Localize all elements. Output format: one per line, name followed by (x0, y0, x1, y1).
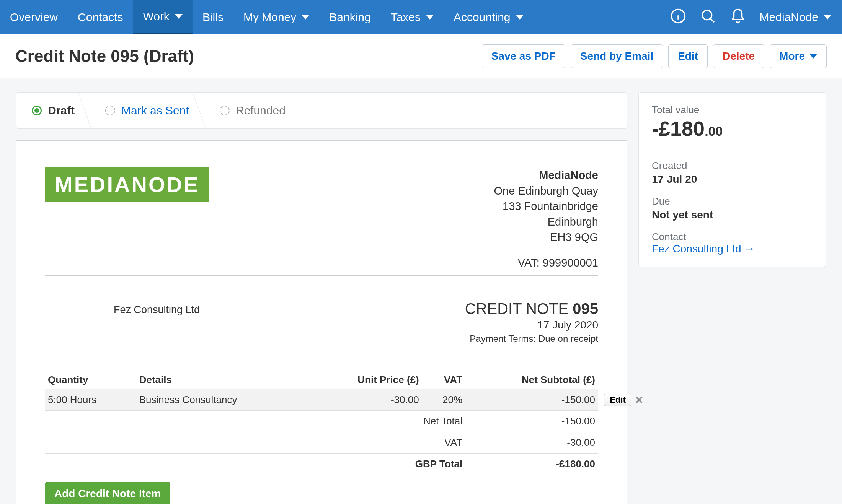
due-label: Due (652, 195, 813, 207)
chevron-down-icon (824, 15, 831, 20)
nav-work[interactable]: Work (133, 0, 192, 34)
company-logo: MEDIANODE (45, 167, 209, 202)
line-items-table: Quantity Details Unit Price (£) VAT Net … (45, 372, 598, 475)
radio-filled-icon (32, 106, 42, 115)
search-icon[interactable] (700, 8, 716, 26)
svg-point-3 (702, 10, 712, 20)
status-steps: Draft Mark as Sent Refunded (16, 92, 627, 129)
created-value: 17 Jul 20 (652, 173, 813, 185)
page-header: Credit Note 095 (Draft) Save as PDF Send… (0, 34, 842, 78)
row-edit-button[interactable]: Edit (604, 394, 632, 406)
total-value: -£180.00 (652, 117, 813, 140)
bill-to: Fez Consulting Ltd (45, 300, 200, 316)
nav-bills[interactable]: Bills (193, 0, 233, 34)
chevron-down-icon (302, 15, 309, 20)
top-nav: Overview Contacts Work Bills My Money Ba… (0, 0, 842, 34)
edit-button[interactable]: Edit (668, 44, 708, 68)
summary-sidebar: Total value -£180.00 Created 17 Jul 20 D… (638, 92, 826, 267)
nav-contacts[interactable]: Contacts (68, 0, 133, 34)
chevron-down-icon (516, 15, 524, 20)
delete-button[interactable]: Delete (713, 44, 764, 68)
nav-taxes[interactable]: Taxes (381, 0, 444, 34)
total-value-label: Total value (652, 104, 813, 116)
nav-overview[interactable]: Overview (0, 0, 68, 34)
bell-icon[interactable] (730, 8, 746, 26)
nav-banking[interactable]: Banking (319, 0, 380, 34)
due-value: Not yet sent (652, 209, 813, 221)
chevron-down-icon (426, 15, 434, 20)
col-unit-price: Unit Price (£) (310, 372, 422, 389)
send-email-button[interactable]: Send by Email (571, 44, 663, 68)
svg-point-2 (678, 13, 679, 13)
col-net-subtotal: Net Subtotal (£) (465, 372, 598, 389)
line-item-row: 5:00 Hours Business Consultancy -30.00 2… (45, 389, 598, 410)
company-address: MediaNode One Edinburgh Quay 133 Fountai… (494, 167, 598, 271)
document-heading: CREDIT NOTE 095 17 July 2020 Payment Ter… (465, 300, 598, 344)
contact-label: Contact (652, 231, 813, 243)
chevron-down-icon (809, 54, 817, 59)
radio-empty-icon (220, 106, 230, 115)
row-delete-icon[interactable]: ✕ (635, 394, 643, 406)
col-quantity: Quantity (45, 372, 136, 389)
chevron-down-icon (175, 14, 183, 19)
summary-gbp-total: GBP Total -£180.00 (45, 453, 598, 475)
info-icon[interactable] (670, 8, 686, 26)
summary-net-total: Net Total -150.00 (45, 410, 598, 432)
credit-note-document: MEDIANODE MediaNode One Edinburgh Quay 1… (16, 140, 627, 504)
add-credit-note-item-button[interactable]: Add Credit Note Item (45, 482, 170, 504)
summary-vat: VAT -30.00 (45, 432, 598, 453)
step-refunded: Refunded (204, 93, 301, 128)
col-vat: VAT (422, 372, 465, 389)
step-draft: Draft (16, 93, 90, 128)
more-button[interactable]: More (770, 44, 827, 68)
nav-accounting[interactable]: Accounting (444, 0, 533, 34)
svg-line-4 (711, 19, 714, 22)
step-mark-as-sent[interactable]: Mark as Sent (90, 93, 204, 128)
page-title: Credit Note 095 (Draft) (15, 47, 194, 66)
col-details: Details (136, 372, 310, 389)
radio-empty-icon (105, 106, 115, 115)
save-pdf-button[interactable]: Save as PDF (482, 44, 565, 68)
org-switcher[interactable]: MediaNode (760, 11, 831, 24)
nav-my-money[interactable]: My Money (233, 0, 319, 34)
created-label: Created (652, 160, 813, 172)
contact-link[interactable]: Fez Consulting Ltd → (652, 243, 755, 255)
